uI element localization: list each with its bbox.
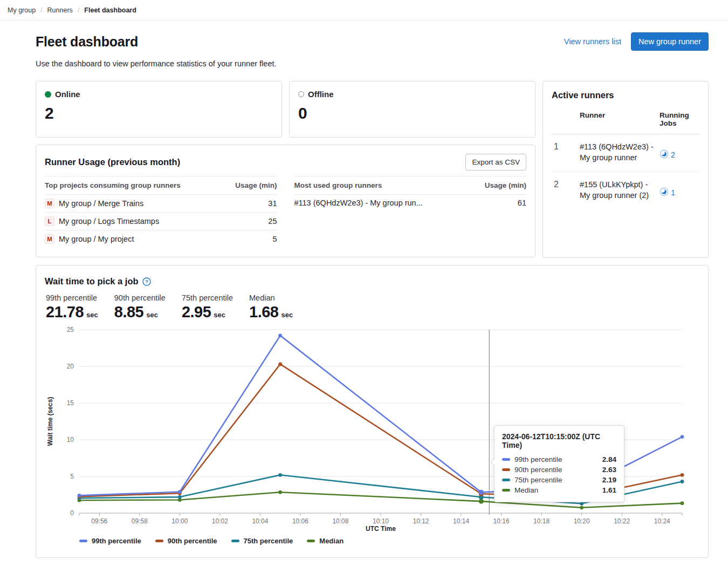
- svg-text:?: ?: [145, 278, 148, 284]
- wait-stat-value: 21.78: [46, 303, 84, 321]
- online-card: Online 2: [36, 81, 282, 138]
- svg-text:10:14: 10:14: [453, 517, 469, 524]
- usage-row-name: #113 (6QHdzW2e3) - My group run...: [294, 199, 423, 207]
- offline-count: 0: [298, 104, 526, 122]
- export-csv-button[interactable]: Export as CSV: [465, 154, 526, 171]
- offline-status-icon: [298, 91, 304, 97]
- wait-stat-median: Median1.68sec: [249, 294, 293, 321]
- wait-stat-label: 99th percentile: [46, 294, 98, 302]
- project-avatar: L: [45, 216, 54, 226]
- running-status-icon: [660, 187, 669, 198]
- running-status-icon: [660, 149, 669, 160]
- wait-stat-label: 90th percentile: [114, 294, 166, 302]
- wait-stat-unit: sec: [281, 311, 293, 319]
- wait-stat-value: 8.85: [114, 303, 143, 321]
- running-jobs-count[interactable]: 2: [660, 149, 699, 160]
- wait-stat-90th-percentile: 90th percentile8.85sec: [114, 294, 166, 321]
- wait-stat-value-line: 2.95sec: [182, 303, 233, 321]
- usage-row-label: My group / Merge Trains: [59, 199, 143, 208]
- legend-swatch: [231, 540, 239, 542]
- project-avatar: M: [45, 234, 54, 244]
- breadcrumb-item-my-group[interactable]: My group: [8, 6, 36, 14]
- offline-card: Offline 0: [289, 81, 535, 138]
- wait-stat-value: 2.95: [182, 303, 211, 321]
- svg-text:10:02: 10:02: [212, 517, 228, 524]
- breadcrumb-item-fleet-dashboard: Fleet dashboard: [84, 6, 136, 14]
- tooltip-swatch: [502, 458, 510, 461]
- left-column: Online 2 Offline 0 Runner Usage (previou…: [36, 81, 535, 257]
- top-projects-table: Top projects consuming group runnersUsag…: [45, 176, 277, 248]
- svg-text:0: 0: [70, 509, 74, 517]
- runner-usage-title: Runner Usage (previous month): [45, 157, 180, 167]
- online-card-header: Online: [45, 90, 273, 99]
- wait-stat-99th-percentile: 99th percentile21.78sec: [46, 294, 98, 321]
- x-axis-label: UTC Time: [79, 525, 682, 533]
- tooltip-swatch: [502, 468, 510, 471]
- svg-text:20: 20: [67, 363, 74, 370]
- new-group-runner-button[interactable]: New group runner: [631, 32, 709, 51]
- svg-text:10:08: 10:08: [332, 517, 348, 524]
- usage-table-col-name: Most used group runners: [294, 181, 382, 189]
- tooltip-series-value: 2.63: [602, 466, 616, 474]
- view-runners-list-link[interactable]: View runners list: [564, 37, 621, 46]
- tooltip-row: 75th percentile2.19: [502, 475, 616, 485]
- legend-swatch: [307, 540, 315, 542]
- help-icon[interactable]: ?: [142, 277, 151, 286]
- svg-text:15: 15: [67, 399, 74, 407]
- wait-time-header: Wait time to pick a job ?: [45, 276, 699, 287]
- breadcrumb-separator: /: [40, 6, 42, 14]
- legend-item-75th-percentile[interactable]: 75th percentile: [231, 537, 293, 545]
- legend-item-median[interactable]: Median: [307, 537, 344, 545]
- tooltip-title: 2024-06-12T10:15:00Z (UTC Time): [502, 432, 616, 449]
- wait-stat-value-line: 8.85sec: [114, 303, 166, 321]
- top-project-row: MMy group / My project5: [45, 230, 277, 248]
- index-column-header: [552, 111, 575, 127]
- usage-row-minutes: 31: [268, 199, 277, 208]
- dashboard-grid: Online 2 Offline 0 Runner Usage (previou…: [36, 81, 709, 258]
- tooltip-series-label: 75th percentile: [514, 476, 562, 484]
- svg-text:25: 25: [67, 326, 74, 333]
- svg-text:5: 5: [70, 473, 74, 480]
- legend-swatch: [79, 540, 87, 542]
- page-header: Fleet dashboard View runners list New gr…: [36, 32, 709, 51]
- usage-table-col-usage: Usage (min): [485, 181, 526, 189]
- wait-time-card: Wait time to pick a job ? 99th percentil…: [36, 265, 709, 558]
- usage-table-header: Most used group runnersUsage (min): [294, 176, 527, 195]
- offline-card-header: Offline: [298, 90, 526, 99]
- active-runners-card: Active runners Runner Running Jobs 1#113…: [542, 81, 709, 258]
- runner-usage-header: Runner Usage (previous month) Export as …: [45, 154, 526, 171]
- wait-stat-unit: sec: [86, 311, 98, 319]
- svg-text:10:10: 10:10: [373, 517, 389, 524]
- svg-text:10:22: 10:22: [614, 517, 630, 524]
- runner-row-index: 1: [552, 142, 575, 152]
- runner-column-header: Runner: [580, 111, 655, 127]
- breadcrumb: My group/Runners/Fleet dashboard: [0, 0, 728, 21]
- tooltip-series-label: 99th percentile: [514, 455, 562, 463]
- tooltip-swatch: [502, 479, 510, 481]
- tooltip-row: Median1.61: [502, 485, 616, 495]
- svg-text:10:04: 10:04: [252, 517, 268, 524]
- online-status-icon: [45, 91, 51, 98]
- header-actions: View runners list New group runner: [564, 32, 709, 51]
- tooltip-series-value: 1.61: [602, 486, 616, 494]
- top-project-row: LMy group / Logs Timestamps25: [45, 213, 277, 230]
- legend-item-99th-percentile[interactable]: 99th percentile: [79, 537, 141, 545]
- wait-stat-unit: sec: [214, 311, 225, 319]
- svg-text:10: 10: [67, 436, 74, 444]
- most-used-runners-table: Most used group runnersUsage (min)#113 (…: [294, 176, 527, 248]
- running-jobs-count[interactable]: 1: [660, 187, 699, 198]
- breadcrumb-nav: My group/Runners/Fleet dashboard: [8, 6, 136, 14]
- top-project-row: MMy group / Merge Trains31: [45, 195, 277, 213]
- svg-text:10:20: 10:20: [574, 517, 590, 524]
- breadcrumb-item-runners[interactable]: Runners: [47, 6, 73, 14]
- usage-table-header: Top projects consuming group runnersUsag…: [45, 176, 277, 195]
- wait-stat-value-line: 21.78sec: [46, 303, 98, 321]
- runner-row-index: 2: [552, 180, 575, 189]
- active-runners-title: Active runners: [552, 90, 699, 100]
- active-runner-row: 2#155 (ULkKYpkpt) - My group runner (2)1: [552, 172, 699, 209]
- active-runners-rows: 1#113 (6QHdzW2e3) - My group runner22#15…: [552, 134, 699, 209]
- runner-name: #155 (ULkKYpkpt) - My group runner (2): [580, 180, 655, 201]
- offline-label: Offline: [308, 90, 334, 99]
- legend-item-90th-percentile[interactable]: 90th percentile: [155, 537, 217, 545]
- tooltip-row: 99th percentile2.84: [502, 454, 616, 465]
